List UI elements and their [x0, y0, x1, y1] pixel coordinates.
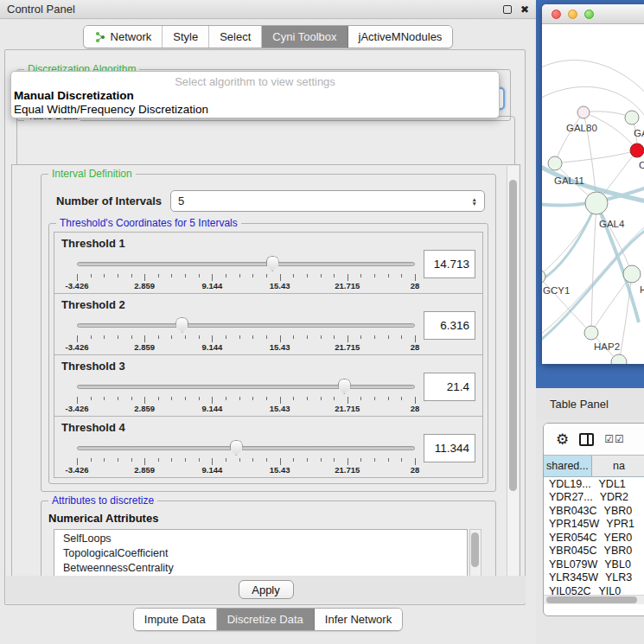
list-item[interactable]: TopologicalCoefficient [63, 546, 467, 561]
list-scrollbar[interactable] [469, 529, 481, 583]
table-row[interactable]: YDR27...YDR2 [544, 491, 644, 505]
table-row[interactable]: YBL079WYBL0 [544, 558, 644, 571]
slider-track[interactable] [77, 262, 415, 266]
network-node[interactable] [630, 143, 644, 157]
slider-ticks [77, 274, 415, 281]
dropdown-option[interactable]: Equal Width/Frequency Discretization [11, 103, 499, 117]
threshold-slider[interactable]: -3.4262.8599.14415.4321.71528 [77, 253, 415, 291]
slider-thumb-icon[interactable] [175, 317, 188, 333]
node-label: H [640, 284, 644, 295]
scrollbar-thumb[interactable] [546, 596, 637, 603]
slider-track[interactable] [77, 385, 415, 389]
node-label: C [639, 160, 644, 170]
network-node[interactable] [585, 192, 608, 214]
network-node[interactable] [577, 106, 590, 118]
numerical-attributes-list[interactable]: SelfLoops TopologicalCoefficient Between… [54, 529, 468, 583]
table-panel-titlebar: Table Panel [536, 388, 644, 419]
control-panel: Control Panel ✖ Network Style Select Cyn… [0, 0, 536, 644]
control-panel-titlebar: Control Panel ✖ [0, 0, 536, 19]
slider-thumb-icon[interactable] [230, 440, 243, 456]
network-node[interactable] [611, 354, 627, 364]
table-body: YDL19...YDL1 YDR27...YDR2 YBR043CYBR0 YP… [544, 477, 644, 595]
table-row[interactable]: YIL052CYIL0 [544, 584, 644, 595]
slider-tick-labels: -3.4262.8599.14415.4321.71528 [77, 465, 415, 475]
network-node[interactable] [542, 270, 545, 284]
network-view-window: GAL80GACGAL11GAL4GCY1HHAP2 [542, 4, 644, 364]
group-title: Threshold's Coordinates for 5 Intervals [56, 217, 241, 229]
table-row[interactable]: YBR045CYBR0 [544, 545, 644, 558]
tab-select[interactable]: Select [209, 26, 262, 48]
number-of-intervals-combobox[interactable]: 5 ▲▼ [170, 190, 485, 212]
threshold-value-field[interactable] [424, 311, 475, 340]
node-label: GAL11 [554, 175, 584, 186]
float-window-icon[interactable] [503, 5, 512, 14]
zoom-traffic-light-icon[interactable] [584, 10, 594, 19]
thick-network-edges [542, 163, 644, 346]
table-row[interactable]: YDL19...YDL1 [544, 477, 644, 491]
right-panel: GAL80GACGAL11GAL4GCY1HHAP2 Table Panel ⚙… [536, 0, 644, 644]
table-row[interactable]: YLR345WYLR3 [544, 571, 644, 585]
column-header-shared[interactable]: shared... [544, 456, 592, 476]
node-label: GCY1 [543, 285, 570, 296]
tab-infer-network[interactable]: Infer Network [315, 609, 402, 630]
top-tabbar: Network Style Select Cyni Toolbox jActiv… [0, 25, 536, 48]
threshold-slider[interactable]: -3.4262.8599.14415.4321.71528 [77, 315, 415, 353]
table-row[interactable]: YER054CYER0 [544, 531, 644, 545]
table-toolbar: ⚙ ☑☑ [544, 424, 644, 455]
network-node[interactable] [625, 111, 639, 124]
tab-cyni-toolbox[interactable]: Cyni Toolbox [262, 26, 348, 48]
column-header-name[interactable]: na [592, 456, 644, 476]
list-item[interactable]: SelfLoops [63, 532, 467, 546]
minimize-traffic-light-icon[interactable] [568, 10, 577, 19]
slider-thumb-icon[interactable] [266, 256, 279, 271]
node-label: GA [634, 128, 644, 138]
tab-label: Style [173, 30, 198, 43]
slider-track[interactable] [77, 323, 415, 328]
slider-tick-labels: -3.4262.8599.14415.4321.71528 [77, 342, 415, 353]
network-node[interactable] [584, 326, 598, 340]
threshold-value-field[interactable] [424, 250, 475, 278]
columns-icon[interactable] [579, 433, 594, 446]
tab-impute-data[interactable]: Impute Data [134, 609, 217, 630]
scrollbar-thumb[interactable] [509, 180, 517, 491]
bottom-tabbar: Impute Data Discretize Data Infer Networ… [0, 608, 536, 631]
list-item[interactable]: BetweennessCentrality [63, 561, 467, 576]
select-all-checkbox-icon[interactable]: ☑☑ [604, 433, 625, 445]
network-canvas[interactable]: GAL80GACGAL11GAL4GCY1HHAP2 [542, 24, 644, 364]
group-title: Interval Definition [48, 168, 136, 180]
close-traffic-light-icon[interactable] [552, 10, 561, 19]
tab-network[interactable]: Network [84, 26, 163, 48]
threshold-value-field[interactable] [424, 434, 475, 462]
table-panel: ⚙ ☑☑ shared... na YDL19...YDL1 YDR27...Y… [543, 423, 644, 616]
slider-thumb-icon[interactable] [338, 379, 351, 394]
tab-label: Discretize Data [227, 613, 303, 626]
gear-icon[interactable]: ⚙ [556, 430, 569, 449]
table-row[interactable]: YBR043CYBR0 [544, 504, 644, 518]
slider-track[interactable] [77, 446, 415, 450]
threshold-slider[interactable]: -3.4262.8599.14415.4321.71528 [77, 437, 415, 475]
panel-title: Control Panel [7, 3, 75, 16]
tab-style[interactable]: Style [163, 26, 209, 48]
close-icon[interactable]: ✖ [520, 3, 529, 16]
tab-label: Impute Data [144, 613, 206, 626]
tab-label: jActiveMNodules [359, 30, 443, 43]
network-node[interactable] [548, 156, 562, 170]
threshold-value-field[interactable] [424, 373, 475, 401]
threshold-panel: Threshold 4-3.4262.8599.14415.4321.71528 [54, 416, 483, 478]
stepper-arrows-icon: ▲▼ [472, 197, 477, 206]
network-graph: GAL80GACGAL11GAL4GCY1HHAP2 [542, 24, 644, 364]
threshold-slider[interactable]: -3.4262.8599.14415.4321.71528 [77, 376, 415, 414]
table-row[interactable]: YPR145WYPR1 [544, 518, 644, 532]
tab-jactivemnodules[interactable]: jActiveMNodules [348, 26, 453, 48]
tab-discretize-data[interactable]: Discretize Data [217, 609, 315, 630]
thresholds-group: Threshold's Coordinates for 5 Intervals … [48, 223, 488, 484]
threshold-list: Threshold 1-3.4262.8599.14415.4321.71528… [54, 233, 483, 480]
network-node[interactable] [623, 265, 641, 283]
dropdown-option[interactable]: Manual Discretization [11, 89, 499, 103]
tab-label: Infer Network [325, 613, 392, 626]
vertical-scrollbar[interactable] [507, 166, 519, 576]
network-window-titlebar [542, 4, 644, 24]
apply-button[interactable]: Apply [239, 580, 294, 599]
group-title: Attributes to discretize [48, 494, 157, 507]
horizontal-scrollbar[interactable] [544, 595, 644, 604]
